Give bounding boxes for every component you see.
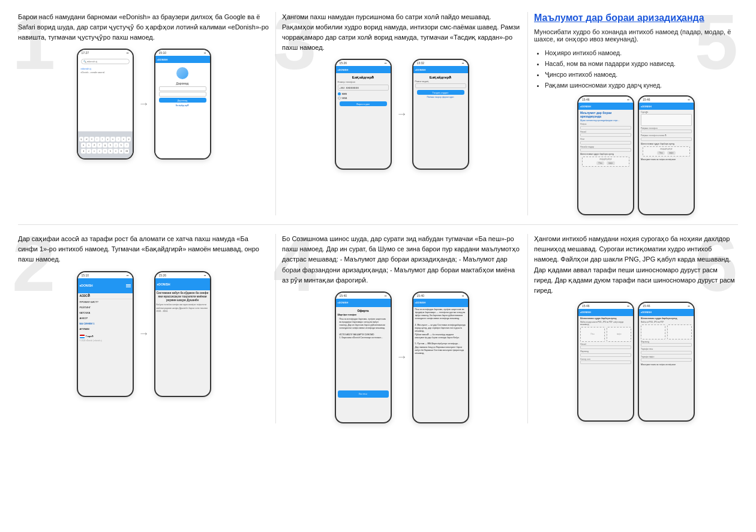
step5-list-item-2: Насаб, ном ва номи падарри худро нависед…	[545, 59, 738, 70]
step6-form1: Шиносномаи худро барбора кунед Файлҳои д…	[578, 316, 633, 367]
step6-passport-title2: Шиносномаи худро барбора кунед	[641, 317, 692, 320]
step2-lang-row: Тоҷикӣ	[80, 335, 131, 338]
step5-section: 5 Маълумот дар бораи аризадиҳанда Муноси…	[528, 12, 738, 215]
step6-f2-input2[interactable]	[641, 351, 692, 354]
step6-f2-input3[interactable]	[641, 358, 692, 362]
step6-input1[interactable]	[580, 345, 631, 349]
key-q: q	[79, 137, 84, 142]
step6-upload-front2[interactable]	[641, 324, 665, 339]
step5-upload2-text: PNG/JPG/PDF	[644, 148, 688, 151]
step6-text: Ҳангоми интихоб намудани ноҳия сурогаҳо …	[534, 234, 738, 295]
step2-time1: 15:10	[82, 273, 89, 277]
step1-section: 1 Барои насб намудани барномаи «eDonish»…	[18, 12, 276, 215]
step3-form1: Бақайдгирӣ Номер телефон +992 XXXXXXXX S…	[336, 73, 391, 109]
step4-offer-title: Оферта	[338, 309, 389, 312]
step4-forward-btn1[interactable]: Ба пеш	[338, 390, 389, 398]
step1-text: Барои насб намудани барномаи «eDonish» а…	[18, 12, 269, 43]
step4-icons1: ▪▪	[385, 294, 387, 297]
step3-radio-dot2	[338, 97, 341, 100]
step5-surname-input[interactable]	[580, 133, 631, 137]
step2-status1: 15:10 ▪▪	[78, 272, 133, 278]
step2-text: Дар саҳифаи асосӣ аз тарафи рост ба алом…	[18, 234, 269, 265]
step5-btn-back[interactable]: Қафо	[607, 161, 615, 165]
step6-time2: 15:46	[643, 304, 650, 308]
step5-upload2[interactable]: PNG/JPG/PDF Пеш Қафо	[643, 146, 690, 157]
step5-name-input[interactable]	[580, 141, 631, 145]
ham-line2	[126, 285, 131, 286]
step6-logo2: eDONISH	[641, 311, 652, 314]
step6-passport-title: Шиносномаи худро барбора кунед	[580, 317, 631, 320]
key-r: r	[95, 137, 100, 142]
step4-time2: 15:40	[417, 294, 425, 297]
step4-header1: eDONISH	[336, 299, 391, 307]
step1-arrow: →	[139, 98, 149, 110]
step5-btn-front[interactable]: Пеш	[596, 161, 604, 165]
step6-phone2-screen: 15:46 ▪▪ eDONISH Шиносномаи худро барбор…	[639, 303, 694, 420]
step6-label1: Насаб	[580, 343, 631, 345]
keyboard-row-1: qwertyuiop	[79, 137, 131, 142]
key-c: c	[97, 149, 102, 154]
step5-btn2-front[interactable]: Пеш	[657, 151, 664, 155]
step5-patronym-input[interactable]	[580, 148, 631, 152]
step3-confirm-button[interactable]: Тасдиқ кардан	[417, 90, 464, 95]
step4-arrow: →	[397, 351, 407, 363]
step5-phone-input2[interactable]	[641, 130, 692, 133]
step5-name-label: Ном	[580, 138, 631, 140]
step6-field3: Синну сол	[580, 358, 631, 365]
step6-upload-pair: Пеш Қафо	[580, 327, 631, 342]
step6-input3[interactable]	[580, 360, 631, 364]
lang-label: Тоҷикӣ	[86, 335, 94, 338]
step3-radio2: 5034	[338, 97, 389, 100]
step4-section: 4 Бо Созишнома шинос шуда, дар сурати зи…	[276, 234, 528, 423]
step6-f2-field3: Тарафи қафо	[641, 356, 692, 362]
phone2-content: Даромад Даромад Бақайдгирӣ	[155, 63, 210, 158]
step5-district-input[interactable]	[580, 126, 631, 130]
step6-note2: Маълумотнома аз ноҳия истиқомат	[641, 363, 692, 366]
step3-send-button[interactable]: Фиристодан	[340, 101, 387, 106]
step5-logo2: eDONISH	[641, 105, 652, 108]
step6-upload-back2[interactable]	[667, 324, 692, 339]
step6-input2[interactable]	[580, 353, 631, 357]
step6-upload-front[interactable]: Пеш	[580, 327, 605, 342]
step3-status2: 13:32 ▪▪	[413, 60, 468, 66]
step4-icons2: ▪▪	[462, 294, 464, 297]
login-title: Даромад	[157, 82, 208, 85]
step3-time2: 13:32	[417, 61, 425, 65]
key-y: y	[106, 137, 110, 142]
login-field2	[159, 92, 206, 97]
step2-phones: 15:10 ▪▪ eDONISH А	[18, 271, 269, 397]
step5-form2-content: Суроға Рақами телефон Рақами телефон ило…	[639, 110, 694, 162]
step3-phone1-screen: 15:26 ▪▪ eDONISH Бақайдгирӣ Номер телефо…	[336, 60, 391, 169]
step5-phone2-screen: 15:46 ▪▪ eDONISH Суроға	[639, 97, 694, 214]
step6-phone1-screen: 15:46 ▪▪ eDONISH Шиносномаи худро барбор…	[578, 303, 633, 420]
step5-address-input[interactable]	[641, 114, 692, 126]
step6-f2-input1[interactable]	[641, 343, 692, 347]
step5-btn2-back[interactable]: Қафо	[667, 151, 676, 155]
step4-offer-text: Пеш аз истифодаи барнома, лутфан шартном…	[338, 317, 389, 389]
time-1: 17:27	[82, 51, 89, 55]
bottom-row: 2 Дар саҳифаи асосӣ аз тарафи рост ба ал…	[18, 234, 738, 423]
step6-phones: 15:46 ▪▪ eDONISH Шиносномаи худро барбор…	[534, 302, 738, 422]
step5-upload[interactable]: PNG/JPG/PDF Пеш Қафо	[582, 157, 629, 167]
step3-phone2: 13:32 ▪▪ eDONISH Бақайдгирӣ Рамзи тасдиқ…	[412, 59, 469, 170]
step5-icons1: ▪▪	[627, 98, 629, 101]
step5-passport-label: Шиносномаи худро барбора кунед	[580, 153, 631, 155]
step4-phone1: 15:40 ▪▪ eDONISH Оферта Шартҳои телефон …	[335, 291, 392, 423]
step2-phone1-screen: 15:10 ▪▪ eDONISH А	[78, 272, 133, 396]
step6-time1: 15:46	[582, 304, 590, 308]
step3-radio1: SMS	[338, 92, 389, 95]
step3-header1: eDONISH	[336, 66, 391, 73]
step2-menu: ПРОФИЛ ЧИСТ? РЕЙТИНГ КАТОЧКА АНКОР БА СИ…	[78, 299, 133, 332]
step6-label2: Фарзанд	[580, 350, 631, 353]
step5-phone-extra-input[interactable]	[641, 137, 692, 141]
step6-form2: Шиносномаи худро барбора кунед Файлҳои P…	[639, 316, 694, 368]
step5-form1-content: Маълумот дар бораи аризадиҳанда Шумо мет…	[578, 110, 633, 169]
key-v: v	[103, 149, 107, 154]
step5-phone1: 15:46 ▪▪ eDONISH Маълумот дар бораи ариз…	[577, 95, 634, 215]
step6-upload-front-label: Пеш	[590, 333, 594, 335]
time-2: 15:10	[159, 51, 167, 55]
edonish-logo: eDONISH	[157, 58, 168, 61]
key-x: x	[92, 149, 97, 154]
step6-upload-back[interactable]: Қафо	[607, 327, 631, 342]
step5-f2-1: Суроға	[641, 111, 692, 126]
